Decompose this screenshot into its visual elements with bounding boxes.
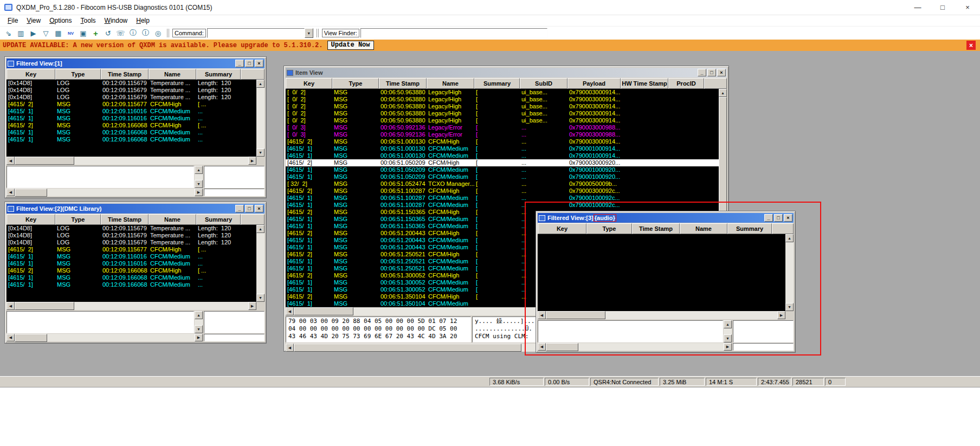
table-row[interactable]: [4615/ 1] MSG 00:12:09.166068 CFCM/Mediu…	[7, 136, 256, 143]
close-button[interactable]: ×	[784, 214, 792, 222]
detail-vertical-scrollbar[interactable]: ▲ ▼	[195, 166, 203, 188]
phone-icon[interactable]: ☏	[115, 28, 126, 38]
scroll-up-icon[interactable]: ▲	[195, 311, 203, 319]
add-view-icon[interactable]: +	[90, 28, 101, 38]
column-header[interactable]: Name	[427, 78, 474, 89]
scroll-right-icon[interactable]: ▶	[248, 157, 256, 165]
scroll-down-icon[interactable]: ▼	[724, 334, 732, 342]
table-row[interactable]: [4615/ 1] MSG 00:12:09.166068 CFCM/Mediu…	[7, 274, 256, 281]
scroll-right-icon[interactable]: ▶	[195, 189, 203, 196]
scroll-track[interactable]	[785, 242, 794, 303]
column-header[interactable]: Summary	[196, 69, 241, 80]
table-row[interactable]: [4615/ 2] MSG 00:12:09.115677 CFCM/High …	[7, 101, 256, 108]
nv-browser-icon[interactable]: NV	[65, 28, 76, 38]
maximize-button[interactable]: □	[707, 69, 716, 76]
menu-item[interactable]: Options	[45, 16, 76, 25]
scroll-thumb[interactable]	[294, 344, 521, 352]
table-row[interactable]: [ 0/ 3] MSG 00:06:50.992136 Legacy/Error…	[286, 131, 719, 138]
column-header[interactable]: Key	[286, 78, 332, 89]
column-header[interactable]: Time Stamp	[379, 78, 427, 89]
column-header[interactable]: Name	[149, 69, 196, 80]
table-row[interactable]: [4615/ 2] MSG 00:06:51.000130 CFCM/High …	[286, 138, 719, 145]
scroll-left-icon[interactable]: ◀	[538, 311, 546, 319]
scroll-track[interactable]	[724, 328, 732, 334]
maximize-button[interactable]: □	[245, 60, 254, 67]
menu-item[interactable]: View	[22, 16, 45, 25]
minimize-button[interactable]: _	[764, 214, 773, 222]
scroll-down-icon[interactable]: ▼	[195, 325, 203, 333]
maximize-button[interactable]: □	[245, 205, 254, 212]
minimize-button[interactable]: _	[235, 205, 244, 212]
item-grid-icon[interactable]: ▦	[53, 28, 64, 38]
column-header[interactable]: Key	[7, 69, 55, 80]
close-button[interactable]: ×	[717, 69, 726, 76]
power-icon[interactable]: ◎	[152, 28, 164, 38]
horizontal-scrollbar[interactable]: ◀ ▶	[7, 157, 265, 165]
column-header[interactable]: Payload	[568, 78, 621, 89]
scroll-left-icon[interactable]: ◀	[7, 157, 15, 165]
scroll-down-icon[interactable]: ▼	[256, 294, 265, 302]
connect-icon[interactable]: ⇘	[3, 28, 14, 38]
column-header[interactable]: Summary	[727, 223, 772, 234]
table-row[interactable]: [4615/ 1] MSG 00:12:09.116016 CFCM/Mediu…	[7, 260, 256, 267]
scroll-right-icon[interactable]: ▶	[724, 343, 732, 351]
scroll-up-icon[interactable]: ▲	[785, 234, 794, 242]
scroll-thumb[interactable]	[546, 311, 605, 319]
table-row[interactable]: [0x14D8] LOG 00:12:09.115679 Temperature…	[7, 232, 256, 239]
scroll-left-icon[interactable]: ◀	[7, 334, 15, 341]
command-input[interactable]	[207, 28, 305, 38]
scroll-right-icon[interactable]: ▶	[777, 311, 785, 319]
start-icon[interactable]: ▶	[28, 28, 39, 38]
detail-horizontal-scrollbar[interactable]: ◀ ▶	[7, 189, 203, 196]
filter-icon[interactable]: ▽	[40, 28, 51, 38]
scroll-down-icon[interactable]: ▼	[195, 180, 203, 188]
scroll-down-icon[interactable]: ▼	[785, 303, 794, 311]
column-header[interactable]: Time Stamp	[101, 214, 149, 225]
table-row[interactable]: [4615/ 2] MSG 00:12:09.166068 CFCM/High …	[7, 267, 256, 274]
table-row[interactable]: [4615/ 1] MSG 00:12:09.116016 CFCM/Mediu…	[7, 108, 256, 115]
minimize-button[interactable]: _	[235, 60, 244, 67]
table-row[interactable]: [ 0/ 2] MSG 00:06:50.963880 Legacy/High …	[286, 117, 719, 124]
window-title-bar[interactable]: Item View _ □ ×	[286, 68, 727, 77]
table-row[interactable]: [0x14D8] LOG 00:12:09.115679 Temperature…	[7, 225, 256, 232]
table-row[interactable]: [4615/ 2] MSG 00:06:51.100287 CFCM/High …	[286, 188, 719, 195]
table-row[interactable]: [4615/ 1] MSG 00:12:09.166068 CFCM/Mediu…	[7, 129, 256, 136]
scroll-track[interactable]	[47, 189, 195, 196]
table-row[interactable]: [4615/ 1] MSG 00:12:09.166068 CFCM/Mediu…	[7, 281, 256, 288]
menu-item[interactable]: File	[3, 16, 22, 25]
table-row[interactable]: [4615/ 1] MSG 00:06:51.100287 CFCM/Mediu…	[286, 202, 719, 209]
table-row[interactable]: [4615/ 1] MSG 00:06:51.050209 CFCM/Mediu…	[286, 173, 719, 180]
table-row[interactable]: [ 0/ 2] MSG 00:06:50.963880 Legacy/High …	[286, 110, 719, 117]
scroll-thumb[interactable]	[15, 189, 47, 197]
table-row[interactable]: [0x14D8] LOG 00:12:09.115679 Temperature…	[7, 80, 256, 87]
table-row[interactable]: [0x14D8] LOG 00:12:09.115679 Temperature…	[7, 87, 256, 94]
column-header[interactable]: Name	[680, 223, 727, 234]
scroll-track[interactable]	[195, 319, 203, 325]
table-row[interactable]: [ 0/ 2] MSG 00:06:50.963880 Legacy/High …	[286, 103, 719, 110]
scroll-left-icon[interactable]: ◀	[538, 343, 546, 351]
menu-item[interactable]: Help	[132, 16, 154, 25]
detail-horizontal-scrollbar[interactable]: ◀ ▶	[7, 334, 203, 341]
minimize-button[interactable]: _	[698, 69, 706, 76]
column-header[interactable]: Type	[55, 214, 101, 225]
scroll-left-icon[interactable]: ◀	[7, 189, 15, 196]
column-header[interactable]: Key	[7, 214, 55, 225]
close-button[interactable]: ×	[255, 205, 263, 212]
close-icon[interactable]: ×	[966, 41, 976, 50]
vertical-scrollbar[interactable]: ▲ ▼	[256, 225, 265, 302]
horizontal-scrollbar[interactable]: ◀ ▶	[7, 302, 265, 310]
table-row[interactable]: [4615/ 1] MSG 00:12:09.116016 CFCM/Mediu…	[7, 115, 256, 122]
command-combobox[interactable]: ▼	[207, 28, 313, 38]
table-row[interactable]: [4615/ 1] MSG 00:06:51.000130 CFCM/Mediu…	[286, 145, 719, 152]
detail-vertical-scrollbar[interactable]: ▲ ▼	[724, 320, 732, 342]
column-header[interactable]: Key	[538, 223, 586, 234]
close-button[interactable]: ×	[955, 0, 980, 15]
table-row[interactable]: [4615/ 1] MSG 00:06:51.100287 CFCM/Mediu…	[286, 195, 719, 202]
scroll-track[interactable]	[256, 233, 265, 294]
app-title-bar[interactable]: QXDM_Pro_5.1.280 - Fibocom HS-USB Diagno…	[0, 0, 980, 15]
scroll-right-icon[interactable]: ▶	[195, 334, 203, 341]
scroll-thumb[interactable]	[546, 343, 578, 351]
info-icon[interactable]: ⓘ	[127, 28, 139, 38]
scroll-track[interactable]	[256, 88, 265, 148]
menu-item[interactable]: Window	[100, 16, 132, 25]
